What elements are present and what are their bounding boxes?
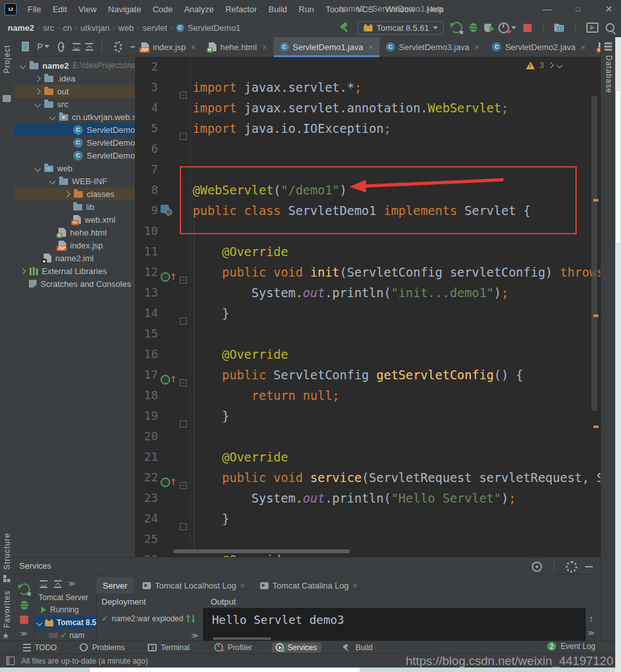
toolwindow-problems-button[interactable]: Problems (76, 642, 128, 653)
stop-icon[interactable] (523, 24, 532, 32)
services-node-status[interactable]: Running (35, 603, 96, 616)
editor-tab[interactable]: CServletDemo3.java× (380, 37, 485, 56)
project-view-selector[interactable]: P (37, 42, 49, 51)
menu-view[interactable]: View (73, 4, 102, 14)
toolwindow-terminal-button[interactable]: Terminal (144, 642, 193, 653)
tree-row[interactable]: JSPindex.jsp (14, 239, 135, 252)
menu-refactor[interactable]: Refactor (220, 4, 263, 14)
expand-all-icon[interactable] (73, 43, 77, 51)
tree-row[interactable]: <>web.xml (14, 213, 135, 226)
services-tab[interactable]: Server (96, 577, 134, 594)
code-line[interactable]: 11 @Override (135, 241, 600, 262)
menu-run[interactable]: Run (293, 4, 320, 14)
deployment-row[interactable]: ✓ name2:war exploded (96, 610, 203, 623)
tree-row[interactable]: src (14, 98, 135, 110)
locate-file-icon[interactable] (58, 42, 65, 52)
menu-edit[interactable]: Edit (47, 4, 73, 14)
close-icon[interactable]: × (353, 581, 358, 590)
toolwindow-services-button[interactable]: Services (272, 642, 321, 653)
more-actions[interactable]: ≫ (68, 580, 76, 588)
output-console[interactable]: Hello Servlet demo3 (203, 608, 586, 641)
run-anything-icon[interactable] (586, 22, 599, 33)
gear-icon[interactable] (114, 41, 123, 53)
tree-row[interactable]: ■name2.iml (14, 252, 135, 264)
more-actions[interactable]: ≫ (20, 630, 28, 638)
editor-tab[interactable]: <>web.xml× (592, 37, 600, 56)
project-view-icon[interactable] (22, 42, 29, 51)
services-tab[interactable]: Tomcat Catalina Log× (254, 577, 363, 594)
more-actions[interactable]: ≫ (587, 629, 595, 637)
debug-server-icon[interactable] (21, 601, 28, 610)
browser-scrollbar[interactable] (615, 37, 621, 672)
breadcrumb-item[interactable]: ServletDemo1 (188, 23, 240, 33)
deploy-sync-icon[interactable] (187, 614, 195, 623)
breadcrumb-item[interactable]: name2 (8, 23, 34, 33)
code-line[interactable]: 21 @Override (135, 447, 600, 467)
close-button[interactable]: ✕ (602, 4, 616, 14)
code-editor[interactable]: 23import javax.servlet.*;4import javax.s… (135, 56, 600, 557)
code-line[interactable]: 4import javax.servlet.annotation.WebServ… (135, 98, 600, 118)
scroll-to-top-icon[interactable]: ↑ (589, 613, 594, 624)
editor-tab[interactable]: Hhehe.html× (202, 37, 274, 56)
menu-navigate[interactable]: Navigate (102, 4, 146, 14)
maximize-button[interactable]: □ (571, 5, 585, 13)
tool-stripe-project[interactable]: Project (3, 45, 12, 73)
implementers-gutter-icon[interactable] (161, 205, 169, 213)
warning-stripe-mark[interactable] (593, 426, 599, 428)
stop-server-icon[interactable] (20, 616, 28, 624)
tree-row[interactable]: CServletDemo2 (14, 136, 135, 149)
horizontal-scrollbar[interactable] (173, 549, 350, 553)
tool-stripe-favorites[interactable]: Favorites (3, 590, 12, 628)
menu-build[interactable]: Build (263, 4, 293, 14)
code-line[interactable]: 14 } (135, 303, 600, 323)
next-warning-icon[interactable] (557, 62, 563, 69)
search-everywhere-icon[interactable] (606, 23, 615, 32)
menu-analyze[interactable]: Analyze (179, 4, 220, 14)
tree-row[interactable]: web (14, 162, 135, 175)
warning-stripe-mark[interactable] (593, 314, 599, 317)
services-node-server-type[interactable]: Tomcat Server (35, 592, 96, 603)
prev-warning-icon[interactable] (548, 62, 554, 69)
code-line[interactable]: 25 (135, 529, 600, 549)
collapse-all-icon[interactable] (54, 580, 62, 588)
run-dashboard-icon[interactable] (554, 24, 564, 32)
code-line[interactable]: 15 (135, 323, 600, 344)
build-project-icon[interactable] (339, 22, 351, 33)
close-icon[interactable]: × (581, 42, 586, 52)
coverage-icon[interactable] (484, 24, 491, 32)
inspections-widget[interactable]: 3 (526, 60, 562, 70)
code-line[interactable]: 17↑ public ServletConfig getServletConfi… (135, 365, 600, 385)
debug-icon[interactable] (469, 23, 477, 32)
more-actions[interactable]: ≫ (191, 632, 199, 640)
toolwindow-toggle-icon[interactable] (6, 657, 15, 665)
chevron-down-icon[interactable] (49, 114, 56, 120)
close-icon[interactable]: × (262, 42, 267, 52)
chevron-right-icon[interactable] (20, 268, 26, 274)
code-line[interactable]: 20 (135, 426, 600, 447)
code-line[interactable]: 3import javax.servlet.*; (135, 77, 600, 98)
breadcrumb-item[interactable]: cn (63, 23, 72, 33)
services-node-tomcat[interactable]: Tomcat 8.5 (35, 616, 96, 629)
code-line[interactable]: 13 System.out.println("init...demo1"); (135, 282, 600, 303)
run-icon[interactable] (451, 22, 462, 33)
breadcrumb-item[interactable]: src (43, 23, 54, 33)
hide-panel-icon[interactable] (585, 566, 593, 567)
tool-stripe-structure[interactable]: Structure (3, 533, 12, 570)
tree-row[interactable]: .idea (14, 72, 135, 85)
tree-row[interactable]: cn.utkvrjan.web.servlet (14, 110, 135, 123)
tree-row[interactable]: CServletDemo3 (14, 149, 135, 162)
chevron-right-icon[interactable] (35, 75, 41, 82)
chevron-down-icon[interactable] (35, 165, 41, 171)
services-tab[interactable]: Tomcat Localhost Log× (136, 577, 251, 594)
code-line[interactable]: 19 } (135, 406, 600, 426)
breadcrumb-item[interactable]: web (119, 23, 134, 33)
chevron-down-icon[interactable] (20, 62, 26, 69)
chevron-down-icon[interactable] (511, 26, 516, 30)
tree-row[interactable]: CServletDemo1 (14, 123, 135, 136)
services-node-deployment[interactable]: ✓ nam (35, 629, 96, 640)
tree-row[interactable]: External Libraries (14, 264, 135, 277)
tree-row[interactable]: lib (14, 200, 135, 213)
chevron-right-icon[interactable] (64, 191, 71, 197)
code-line[interactable]: 16 @Override (135, 344, 600, 365)
close-icon[interactable]: × (475, 42, 480, 52)
